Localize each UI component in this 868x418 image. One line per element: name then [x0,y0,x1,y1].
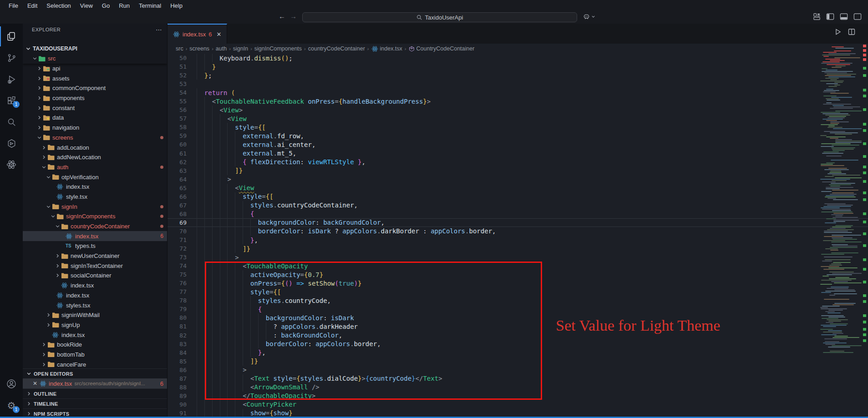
code-line[interactable]: 72]} [168,244,868,253]
toggle-panel-bottom-icon[interactable] [840,13,848,20]
tree-item-bottomTab[interactable]: bottomTab [23,350,167,360]
tree-item-constant[interactable]: constant [23,103,167,113]
open-editors-header[interactable]: OPEN EDITORS [23,368,167,378]
run-file-icon[interactable] [834,28,842,35]
tab-index-tsx[interactable]: index.tsx 6 ✕ [168,24,227,44]
open-editor-item[interactable]: ✕ index.tsx src/screens/auth/signIn/sign… [23,378,167,388]
code-line[interactable]: 50Keyboard.dismiss(); [168,54,868,62]
nav-forward-icon[interactable]: → [290,12,297,20]
nav-back-icon[interactable]: ← [279,12,285,20]
section-npm-scripts[interactable]: NPM SCRIPTS [23,408,167,417]
tree-item-addLocation[interactable]: addLocation [23,142,167,152]
workspace-root[interactable]: TAXIDOUSERAPI [23,44,167,54]
menu-help[interactable]: Help [166,1,187,10]
code-line[interactable]: 73> [168,253,868,262]
code-line[interactable]: 58style={[ [168,123,868,131]
tree-item-src[interactable]: src [23,54,167,64]
code-line[interactable]: 51} [168,62,868,71]
tree-item-assets[interactable]: assets [23,73,167,83]
tree-item-index.tsx[interactable]: index.tsx [23,330,167,340]
code-line[interactable]: 64> [168,175,868,184]
tree-item-newUserContainer[interactable]: newUserContainer [23,251,167,261]
menu-file[interactable]: File [5,1,22,10]
section-outline[interactable]: OUTLINE [23,388,167,398]
tree-item-socialContainer[interactable]: socialContainer [23,271,167,281]
tree-item-index.tsx[interactable]: index.tsx6 [23,231,167,241]
code-line[interactable]: 69backgroundColor: backGroundColor, [168,218,868,227]
tree-item-addNewLocation[interactable]: addNewLocation [23,152,167,162]
tab-close-icon[interactable]: ✕ [217,31,222,38]
tree-item-components[interactable]: components [23,93,167,103]
code-line[interactable]: 70borderColor: isDark ? appColors.darkBo… [168,227,868,236]
code-line[interactable]: 55<TouchableNativeFeedback onPress={hand… [168,97,868,106]
tree-item-types.ts[interactable]: TStypes.ts [23,241,167,251]
tree-item-index.tsx[interactable]: index.tsx [23,182,167,192]
tree-item-otpVerification[interactable]: otpVerification [23,172,167,182]
minimap[interactable] [818,44,862,417]
command-center-search[interactable]: TaxidoUserApi [302,12,577,22]
code-line[interactable]: 66style={[ [168,192,868,201]
activity-extensions[interactable]: 1 [0,91,23,111]
breadcrumb-signIn[interactable]: signIn [233,45,248,52]
code-line[interactable]: 71}, [168,236,868,244]
breadcrumb-auth[interactable]: auth [216,45,227,52]
tree-item-signinWithMail[interactable]: signinWithMail [23,310,167,320]
section-timeline[interactable]: TIMELINE [23,398,167,408]
toggle-sidebar-left-icon[interactable] [826,13,834,20]
code-line[interactable]: 62{ flexDirection: viewRTLStyle }, [168,158,868,166]
code-line[interactable]: 54return ( [168,88,868,97]
code-line[interactable]: 53 [168,80,868,88]
menu-view[interactable]: View [76,1,97,10]
tree-item-signInComponents[interactable]: signInComponents [23,212,167,222]
code-line[interactable]: 65<View [168,184,868,192]
tree-item-index.tsx[interactable]: index.tsx [23,281,167,291]
toggle-sidebar-right-icon[interactable] [853,13,862,20]
split-editor-icon[interactable] [848,28,855,35]
activity-react-tools[interactable] [0,155,23,175]
code-line[interactable]: 63]} [168,166,868,175]
breadcrumb-CountryCodeContainer[interactable]: CountryCodeContainer [409,45,475,52]
tree-item-countryCodeContainer[interactable]: countryCodeContainer [23,222,167,232]
code-line[interactable]: 60external.ai_center, [168,140,868,149]
code-line[interactable]: 67styles.countryCodeContainer, [168,201,868,210]
breadcrumb-signInComponents[interactable]: signInComponents [254,45,302,52]
menu-run[interactable]: Run [115,1,134,10]
close-icon[interactable]: ✕ [33,380,37,387]
code-line[interactable]: 52}; [168,71,868,80]
code-line[interactable]: 61external.mt_5, [168,149,868,158]
tree-item-cancelFare[interactable]: cancelFare [23,359,167,368]
code-line[interactable]: 90<CountryPicker [168,400,868,409]
tree-item-index.tsx[interactable]: index.tsx [23,291,167,301]
breadcrumb-index.tsx[interactable]: index.tsx [371,45,402,52]
activity-run-debug[interactable] [0,69,23,89]
menu-go[interactable]: Go [98,1,114,10]
code-line[interactable]: 57<View [168,114,868,123]
tree-item-signIn[interactable]: signIn [23,201,167,212]
menu-terminal[interactable]: Terminal [135,1,165,10]
customize-layout-icon[interactable] [813,13,821,20]
explorer-actions-icon[interactable]: ⋯ [156,26,162,33]
tree-item-auth[interactable]: auth [23,162,167,172]
activity-source-control[interactable] [0,48,23,68]
code-line[interactable]: 56<View> [168,106,868,114]
tree-item-signInTextContainer[interactable]: signInTextContainer [23,261,167,271]
tree-item-bookRide[interactable]: bookRide [23,340,167,350]
tree-item-data[interactable]: data [23,113,167,123]
code-line[interactable]: 91show={show} [168,409,868,417]
menu-edit[interactable]: Edit [23,1,41,10]
tree-item-navigation[interactable]: navigation [23,123,167,133]
menu-selection[interactable]: Selection [42,1,75,10]
activity-explorer[interactable] [0,26,23,46]
code-line[interactable]: 59external.fd_row, [168,131,868,140]
tree-item-styles.tsx[interactable]: styles.tsx [23,300,167,310]
activity-project-box[interactable] [0,133,23,153]
activity-search[interactable] [0,112,23,132]
tree-item-commonComponent[interactable]: commonComponent [23,83,167,93]
copilot-button[interactable] [583,13,595,20]
tree-item-screens[interactable]: screens [23,133,167,143]
tree-item-style.tsx[interactable]: style.tsx [23,192,167,202]
activity-settings[interactable]: ⚙1 [0,396,23,416]
breadcrumb-src[interactable]: src [176,45,183,52]
breadcrumb-countryCodeContainer[interactable]: countryCodeContainer [308,45,365,52]
tree-item-api[interactable]: api [23,64,167,74]
